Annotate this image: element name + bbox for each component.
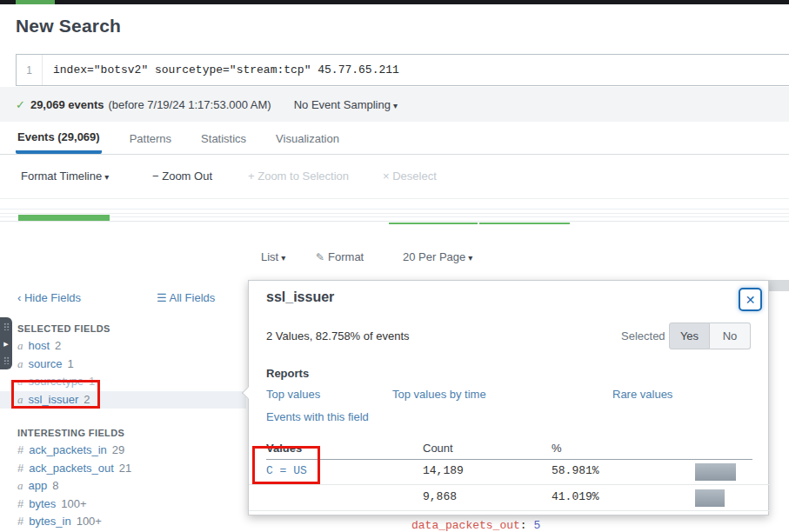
column-header-count: Count <box>423 442 453 455</box>
timeline-gridline <box>0 198 789 199</box>
field-source[interactable]: asource1 <box>0 356 246 374</box>
field-type-icon: # <box>17 462 23 475</box>
tab-events[interactable]: Events (29,069) <box>16 123 102 154</box>
caret-down-icon: ▾ <box>104 172 109 182</box>
hide-fields-link[interactable]: ‹ Hide Fields <box>17 291 81 304</box>
timeline-gridline <box>0 216 789 217</box>
field-type-icon: # <box>17 497 23 510</box>
field-type-icon: # <box>17 443 23 456</box>
caret-down-icon: ▾ <box>281 253 285 263</box>
deselect-button: × Deselect <box>383 170 437 183</box>
popup-summary: 2 Values, 82.758% of events <box>266 329 410 342</box>
timeline-bar-small[interactable] <box>389 223 478 224</box>
chevron-left-icon: ‹ <box>17 291 21 304</box>
percent-bar <box>695 463 736 481</box>
grip-dots-icon <box>3 323 10 330</box>
field-sourcetype[interactable]: asourcetype1 <box>0 373 246 391</box>
timeline-bar-small[interactable] <box>479 223 570 224</box>
timeline-bar-large[interactable] <box>18 215 110 221</box>
app-top-bar <box>0 0 789 4</box>
field-host[interactable]: ahost2 <box>0 337 246 356</box>
selected-no-button[interactable]: No <box>710 323 751 349</box>
list-icon: ☰ <box>157 291 167 304</box>
splunk-search-page: New Search 1 index="botsv2" sourcetype="… <box>0 0 789 532</box>
reports-header: Reports <box>266 367 309 380</box>
top-values-by-time-link[interactable]: Top values by time <box>392 388 486 401</box>
timeline-gridline <box>0 209 789 209</box>
popup-title: ssl_issuer <box>266 289 334 305</box>
percent-cell: 58.981% <box>552 464 599 477</box>
format-button[interactable]: ✎Format <box>316 250 364 263</box>
field-type-icon: a <box>17 479 23 492</box>
field-type-icon: a <box>17 357 23 370</box>
field-bytes[interactable]: #bytes100+ <box>0 495 246 514</box>
field-summary-popup: ssl_issuer ✕ 2 Values, 82.758% of events… <box>248 280 769 515</box>
rare-values-link[interactable]: Rare values <box>612 388 672 401</box>
top-values-link[interactable]: Top values <box>266 388 320 401</box>
selected-label: Selected <box>621 329 665 342</box>
search-line-number: 1 <box>17 55 43 85</box>
field-type-icon: a <box>17 339 23 352</box>
check-icon: ✓ <box>16 98 25 111</box>
field-app[interactable]: aapp8 <box>0 477 246 495</box>
close-button[interactable]: ✕ <box>739 288 762 311</box>
interesting-fields-list: #ack_packets_in29 #ack_packets_out21 aap… <box>0 442 246 531</box>
tab-patterns[interactable]: Patterns <box>128 124 173 152</box>
selected-yes-button[interactable]: Yes <box>669 323 710 349</box>
caret-down-icon: ▾ <box>393 101 398 110</box>
event-field-snippet: data_packets_out: 5 <box>411 519 540 532</box>
selected-fields-header: SELECTED FIELDS <box>17 323 110 334</box>
field-bytes-in[interactable]: #bytes_in100+ <box>0 513 246 531</box>
event-count: 29,069 events <box>30 98 104 111</box>
plus-icon: + <box>248 170 255 183</box>
column-header-values: Values <box>266 442 302 455</box>
zoom-out-button[interactable]: − Zoom Out <box>152 170 212 183</box>
tab-statistics[interactable]: Statistics <box>199 124 248 152</box>
pencil-icon: ✎ <box>316 251 324 263</box>
close-icon: ✕ <box>746 293 756 307</box>
interesting-fields-header: INTERESTING FIELDS <box>17 428 124 438</box>
table-header-divider <box>266 459 752 460</box>
count-cell: 14,189 <box>423 464 464 477</box>
result-tabs: Events (29,069) Patterns Statistics Visu… <box>16 122 341 154</box>
selected-fields-list: ahost2 asource1 asourcetype1 assl_issuer… <box>0 337 246 409</box>
search-bar[interactable]: 1 index="botsv2" sourcetype="stream:tcp"… <box>16 54 789 86</box>
field-type-icon: # <box>17 515 23 528</box>
x-icon: × <box>383 170 390 183</box>
selected-toggle: Yes No <box>669 323 751 349</box>
row-divider <box>249 484 770 485</box>
format-timeline-dropdown[interactable]: Format Timeline▾ <box>21 170 109 183</box>
search-query-input[interactable]: index="botsv2" sourcetype="stream:tcp" 4… <box>43 55 789 85</box>
per-page-dropdown[interactable]: 20 Per Page▾ <box>403 250 472 263</box>
all-fields-link[interactable]: ☰ All Fields <box>157 291 215 304</box>
column-header-percent: % <box>552 442 562 455</box>
page-title: New Search <box>16 16 121 37</box>
field-ack-packets-in[interactable]: #ack_packets_in29 <box>0 442 246 460</box>
field-ssl-issuer[interactable]: assl_issuer2 <box>0 391 246 409</box>
field-ack-packets-out[interactable]: #ack_packets_out21 <box>0 460 246 478</box>
timeline-gridline <box>0 213 789 214</box>
status-bar: ✓ 29,069 events (before 7/19/24 1:17:53.… <box>0 87 789 122</box>
minus-icon: − <box>152 170 159 183</box>
tab-visualization[interactable]: Visualization <box>274 124 341 152</box>
time-range: (before 7/19/24 1:17:53.000 AM) <box>108 98 271 111</box>
count-cell: 9,868 <box>423 490 457 503</box>
tabs-divider <box>0 154 789 155</box>
timeline-baseline <box>0 221 789 222</box>
list-view-dropdown[interactable]: List▾ <box>261 250 285 263</box>
events-with-field-link[interactable]: Events with this field <box>266 410 369 423</box>
value-cell[interactable]: C = US <box>266 464 307 477</box>
field-type-icon: a <box>17 393 23 406</box>
background-fragment <box>769 280 789 291</box>
row-divider <box>249 510 770 511</box>
caret-down-icon: ▾ <box>468 253 472 263</box>
percent-bar <box>695 489 725 507</box>
event-sampling-dropdown[interactable]: No Event Sampling▾ <box>294 98 398 111</box>
field-type-icon: a <box>17 375 23 388</box>
zoom-to-selection-button: + Zoom to Selection <box>248 170 349 183</box>
percent-cell: 41.019% <box>552 490 599 503</box>
app-bar-green-accent <box>16 0 55 4</box>
